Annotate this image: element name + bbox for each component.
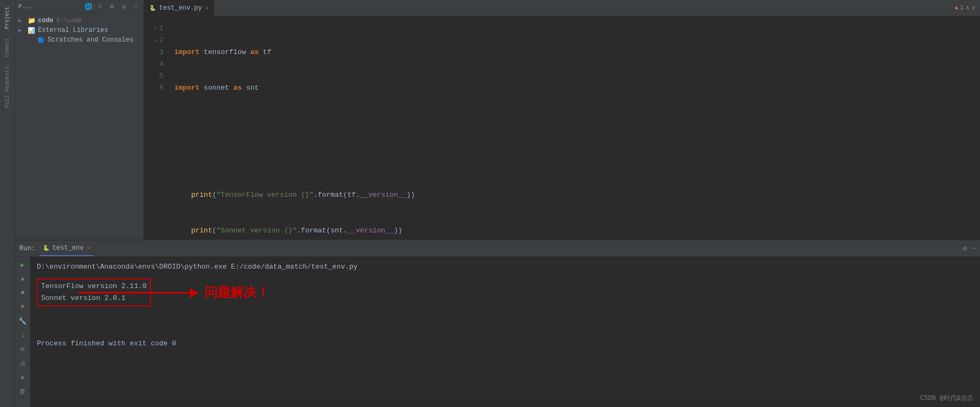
library-icon: 📊 bbox=[27, 26, 36, 34]
run-print-button[interactable]: 🖨 bbox=[18, 358, 28, 368]
tree-item-scratches[interactable]: 🔵 Scratches and Consoles bbox=[15, 35, 143, 45]
run-scroll-up-button[interactable]: ▲ bbox=[18, 274, 28, 284]
run-label: Run: bbox=[19, 245, 35, 252]
editor-area: 🐍 test_env.py ✕ ▲ 1 ∧ ∨ ▸1 ▸2 3 4 bbox=[144, 0, 980, 239]
line-numbers: ▸1 ▸2 3 4 5 6 bbox=[144, 16, 170, 239]
pull-requests-tab[interactable]: Pull Requests bbox=[3, 62, 11, 112]
tree-label-scratches: Scratches and Consoles bbox=[48, 36, 133, 44]
sidebar-toolbar: P... 🌐 ≡ ⊞ ⚙ — bbox=[15, 0, 143, 14]
run-left-toolbar: ▶ ▲ ■ ▼ 🔧 ⤵ ⊞ 🖨 ✱ 🗑 bbox=[15, 257, 30, 407]
code-editor[interactable]: ▸1 ▸2 3 4 5 6 import tensorflow as tf im… bbox=[144, 16, 980, 239]
output-line-1: TensorFlow version 2.11.0 bbox=[41, 281, 147, 292]
arrow-code: ▶ bbox=[18, 17, 25, 24]
commit-tab[interactable]: Commit bbox=[3, 34, 11, 62]
tree-item-code[interactable]: ▶ 📁 code E:\code bbox=[15, 16, 143, 25]
run-command-line: D:\environment\Anaconda\envs\DROID\pytho… bbox=[37, 261, 974, 273]
csdn-watermark: CSDN @时代&信念 bbox=[920, 393, 974, 403]
list-icon[interactable]: ≡ bbox=[96, 2, 104, 11]
code-line-5: print("TensorFlow version {}".format(tf.… bbox=[170, 189, 980, 201]
left-toolbar: Project Commit Pull Requests bbox=[0, 0, 15, 407]
arrow-ext-lib: ▶ bbox=[18, 27, 25, 34]
run-tab-py-icon: 🐍 bbox=[43, 245, 49, 251]
run-tab-bar: Run: 🐍 test_env ✕ ⚙ — bbox=[15, 241, 980, 257]
run-tab-label: test_env bbox=[52, 244, 84, 252]
project-tab[interactable]: Project bbox=[3, 2, 11, 34]
output-line-2: Sonnet version 2.0.1 bbox=[41, 292, 147, 304]
run-grid-button[interactable]: ⊞ bbox=[18, 344, 28, 354]
code-line-2: import sonnet as snt bbox=[170, 82, 980, 94]
navigate-up-icon[interactable]: ∧ bbox=[966, 4, 970, 12]
folder-icon: 📁 bbox=[27, 17, 36, 24]
code-content[interactable]: import tensorflow as tf import sonnet as… bbox=[170, 16, 980, 239]
run-tab-test-env[interactable]: 🐍 test_env ✕ bbox=[40, 241, 94, 256]
run-scroll-down-button[interactable]: ▼ bbox=[18, 302, 28, 312]
warning-icon: ▲ bbox=[955, 5, 958, 11]
tab-bar: 🐍 test_env.py ✕ ▲ 1 ∧ ∨ bbox=[144, 0, 980, 16]
code-line-4 bbox=[170, 154, 980, 165]
gear-icon[interactable]: ⚙ bbox=[120, 2, 128, 11]
run-tab-close[interactable]: ✕ bbox=[87, 245, 90, 251]
scratch-icon: 🔵 bbox=[37, 36, 45, 44]
tab-close-button[interactable]: ✕ bbox=[205, 5, 208, 11]
fold-2[interactable]: ▸ bbox=[152, 35, 157, 46]
tab-label: test_env.py bbox=[159, 4, 202, 12]
warning-count: 1 bbox=[961, 5, 964, 11]
run-body: ▶ ▲ ■ ▼ 🔧 ⤵ ⊞ 🖨 ✱ 🗑 D:\environment\Anaco… bbox=[15, 257, 980, 407]
list2-icon[interactable]: ⊞ bbox=[108, 2, 116, 11]
tree-label-code: code bbox=[38, 17, 54, 24]
py-file-icon: 🐍 bbox=[149, 5, 156, 11]
bottom-panel: Run: 🐍 test_env ✕ ⚙ — ▶ ▲ ■ ▼ 🔧 ⤵ ⊞ 🖨 ✱ bbox=[15, 239, 980, 407]
tab-right-toolbar: ▲ 1 ∧ ∨ bbox=[955, 4, 981, 12]
main-area: P... 🌐 ≡ ⊞ ⚙ — ▶ 📁 code E:\code ▶ 📊 bbox=[15, 0, 980, 407]
run-star-button[interactable]: ✱ bbox=[18, 372, 28, 382]
minus-icon[interactable]: — bbox=[131, 2, 140, 11]
run-step-button[interactable]: ⤵ bbox=[18, 330, 28, 340]
annotation-text: 问题解决！ bbox=[205, 286, 269, 298]
run-play-button[interactable]: ▶ bbox=[18, 260, 28, 270]
fold-1[interactable]: ▸ bbox=[152, 23, 157, 35]
sidebar-title: P... bbox=[18, 3, 81, 10]
globe-icon[interactable]: 🌐 bbox=[84, 2, 93, 11]
sidebar: P... 🌐 ≡ ⊞ ⚙ — ▶ 📁 code E:\code ▶ 📊 bbox=[15, 0, 144, 239]
run-trash-button[interactable]: 🗑 bbox=[18, 386, 28, 396]
tree-label-external-libraries: External Libraries bbox=[38, 26, 108, 34]
output-highlighted-box: TensorFlow version 2.11.0 Sonnet version… bbox=[37, 278, 151, 306]
run-wrench-button[interactable]: 🔧 bbox=[18, 316, 28, 326]
top-section: P... 🌐 ≡ ⊞ ⚙ — ▶ 📁 code E:\code ▶ 📊 bbox=[15, 0, 980, 239]
editor-tab-test-env[interactable]: 🐍 test_env.py ✕ bbox=[144, 0, 214, 16]
process-finished-line: Process finished with exit code 0 bbox=[37, 338, 974, 350]
run-settings-icon[interactable]: ⚙ bbox=[963, 244, 967, 253]
navigate-down-icon[interactable]: ∨ bbox=[972, 4, 976, 12]
code-line-3 bbox=[170, 118, 980, 130]
code-line-6: print("Sonnet version {}".format(snt.__v… bbox=[170, 225, 980, 237]
run-minimize-icon[interactable]: — bbox=[971, 244, 976, 252]
tree-item-external-libraries[interactable]: ▶ 📊 External Libraries bbox=[15, 25, 143, 35]
sidebar-tree: ▶ 📁 code E:\code ▶ 📊 External Libraries … bbox=[15, 14, 143, 239]
tree-path-code: E:\code bbox=[57, 17, 82, 24]
code-line-1: import tensorflow as tf bbox=[170, 46, 980, 58]
run-stop-button[interactable]: ■ bbox=[18, 288, 28, 298]
run-output: D:\environment\Anaconda\envs\DROID\pytho… bbox=[30, 257, 980, 407]
